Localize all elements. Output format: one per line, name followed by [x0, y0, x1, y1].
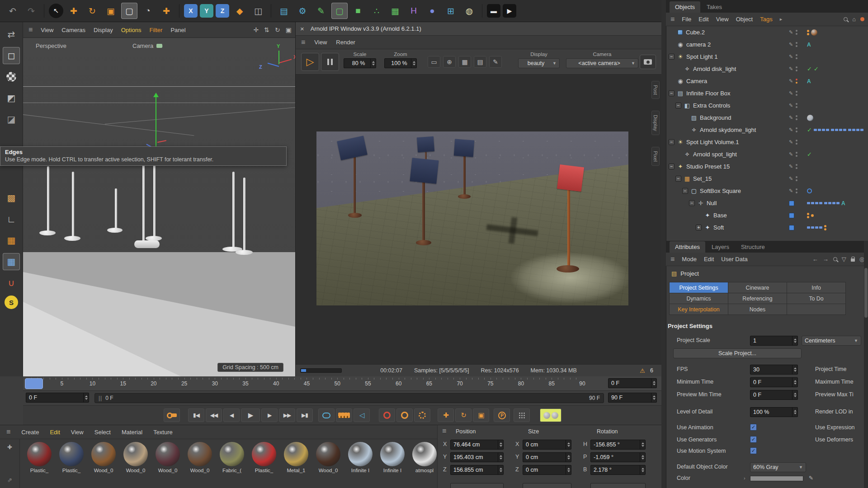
attributes-menu-user-data[interactable]: User Data	[721, 256, 748, 263]
material-sphere[interactable]	[252, 442, 276, 466]
lamp-object[interactable]	[47, 166, 49, 233]
viewport-menu-cameras[interactable]: Cameras	[61, 27, 85, 33]
coord-rot-h-field[interactable]: -156.855 °	[590, 440, 646, 450]
visibility-dots[interactable]	[796, 30, 797, 35]
minimum-time-field[interactable]: 0 F	[750, 377, 798, 387]
lamp-object[interactable]	[153, 155, 156, 238]
x-axis-handle[interactable]	[157, 140, 166, 143]
enable-toggle-icon[interactable]: ✎	[789, 127, 793, 133]
edge-mode-tool[interactable]: ▢	[331, 3, 348, 19]
point-mode-tool[interactable]: ◩	[3, 89, 20, 107]
expand-arrow-icon[interactable]: ›	[744, 475, 745, 481]
visibility-dots[interactable]	[796, 66, 797, 71]
stepper-arrows[interactable]	[498, 440, 503, 449]
key-parameter-toggle[interactable]: P	[494, 408, 510, 422]
visibility-dots[interactable]	[796, 140, 797, 145]
scale-project-button[interactable]: Scale Project...	[673, 348, 802, 358]
play-render-button[interactable]: ▶	[503, 4, 516, 18]
visibility-dots[interactable]	[796, 176, 797, 181]
material-sphere[interactable]	[284, 442, 308, 466]
visibility-toggles[interactable]	[789, 201, 794, 206]
objects-menu-view[interactable]: View	[716, 16, 729, 23]
visibility-dots[interactable]	[796, 115, 797, 120]
material-sphere[interactable]	[220, 442, 244, 466]
enable-toggle-icon[interactable]: ✎	[789, 188, 793, 194]
attr-tab-key-interpolation[interactable]: Key Interpolation	[669, 304, 728, 315]
enable-toggle-icon[interactable]: ✎	[789, 78, 793, 84]
object-row[interactable]: Cube.2✎	[666, 26, 868, 38]
lamp-object[interactable]	[72, 172, 74, 238]
material-item[interactable]: atmospl	[411, 442, 438, 473]
stepper-arrows[interactable]	[792, 378, 797, 387]
materials-menu-create[interactable]: Create	[21, 429, 39, 436]
history-forward-icon[interactable]: →	[823, 256, 829, 263]
stepper-arrows[interactable]	[83, 393, 89, 402]
lock-icon[interactable]	[851, 258, 855, 262]
visibility-toggles[interactable]: ✎	[789, 164, 797, 169]
enable-toggle-icon[interactable]: ✎	[789, 176, 793, 182]
enable-toggle-icon[interactable]: ✎	[789, 164, 793, 169]
scrollbar[interactable]	[864, 241, 868, 488]
pan-view-icon[interactable]: ✛	[254, 26, 259, 33]
live-selection-tool[interactable]: ↖	[49, 4, 63, 18]
search-icon[interactable]	[833, 257, 837, 261]
ipr-menu-view[interactable]: View	[314, 39, 327, 46]
enable-toggle-icon[interactable]: ✎	[789, 90, 793, 96]
visibility-dots[interactable]	[796, 42, 797, 47]
materials-menu-material[interactable]: Material	[122, 429, 142, 436]
stepper-arrows[interactable]	[370, 59, 376, 68]
enable-toggle-icon[interactable]: ✎	[789, 103, 793, 108]
attr-tab-referencing[interactable]: Referencing	[728, 293, 787, 304]
materials-menu-icon[interactable]: ≡	[6, 428, 10, 436]
filter-icon[interactable]: ▽	[842, 256, 846, 263]
material-item[interactable]: Wood_0	[155, 442, 181, 473]
clapper-button[interactable]: ▬	[487, 4, 500, 18]
stepper-arrows[interactable]	[792, 390, 797, 399]
timeline-ruler[interactable]: 051015202530354045505560657075808590	[31, 376, 582, 390]
objects-menu-icon[interactable]: ≡	[670, 15, 675, 23]
range-grip-icon[interactable]: ||	[99, 395, 102, 401]
ipr-side-tab-display[interactable]: Display	[651, 111, 660, 135]
lamp-object[interactable]	[232, 172, 235, 249]
viewport-menu-icon[interactable]: ≡	[28, 26, 33, 34]
layer-color-chip[interactable]	[789, 225, 794, 230]
texture-mode-tool[interactable]	[3, 68, 20, 85]
key-pla-toggle[interactable]	[514, 408, 530, 422]
attr-tab-project-settings[interactable]: Project Settings	[669, 282, 728, 293]
coord-rot-b-field[interactable]: 2.178 °	[590, 465, 646, 475]
visibility-dots[interactable]	[796, 164, 797, 169]
stepper-arrows[interactable]	[651, 393, 656, 402]
material-tag-icon[interactable]	[811, 29, 817, 36]
expand-toggle[interactable]: −	[675, 103, 681, 108]
eyedropper-icon[interactable]: ✎	[809, 475, 813, 481]
stepper-arrows[interactable]	[792, 365, 797, 374]
enable-toggle-icon[interactable]: ✎	[789, 139, 793, 145]
workplane-tool[interactable]: ∟	[3, 211, 20, 228]
goto-start-button[interactable]: ▮◀	[188, 408, 204, 422]
stepper-arrows[interactable]	[792, 336, 797, 345]
keyframe-selection-button[interactable]	[414, 408, 430, 422]
visibility-toggles[interactable]: ✎	[789, 66, 797, 72]
brush-icon[interactable]: ✎	[489, 56, 502, 68]
coordinate-system-tool[interactable]: ◆	[231, 3, 248, 19]
make-editable-tool[interactable]: ⇄	[3, 26, 20, 43]
layer-color-chip[interactable]	[789, 213, 794, 218]
stepper-arrows[interactable]	[566, 453, 571, 462]
next-key-button[interactable]: ▶▶	[279, 408, 295, 422]
world-icon[interactable]: ⊕	[443, 56, 456, 68]
coord-size-z-field[interactable]: 0 cm	[523, 465, 571, 475]
keyframe-bar-button[interactable]	[336, 408, 352, 422]
render-settings-button[interactable]: ⚙	[294, 3, 311, 19]
material-item[interactable]: Plastic_	[26, 442, 52, 473]
render-view-button[interactable]: ▤	[276, 3, 292, 19]
ipr-play-button[interactable]: ▷	[301, 53, 319, 71]
material-item[interactable]: Plastic_	[58, 442, 85, 473]
visibility-toggles[interactable]: ✎	[789, 127, 797, 133]
scale-tool[interactable]: ▣	[103, 3, 119, 19]
object-rel-dropdown[interactable]	[450, 483, 504, 488]
lock-y-toggle[interactable]: Y	[200, 4, 213, 18]
object-row[interactable]: −▦Set_15✎	[666, 173, 868, 185]
rotate-tool[interactable]: ↻	[84, 3, 100, 19]
layer-color-chip[interactable]	[789, 201, 794, 206]
material-sphere[interactable]	[380, 442, 405, 466]
